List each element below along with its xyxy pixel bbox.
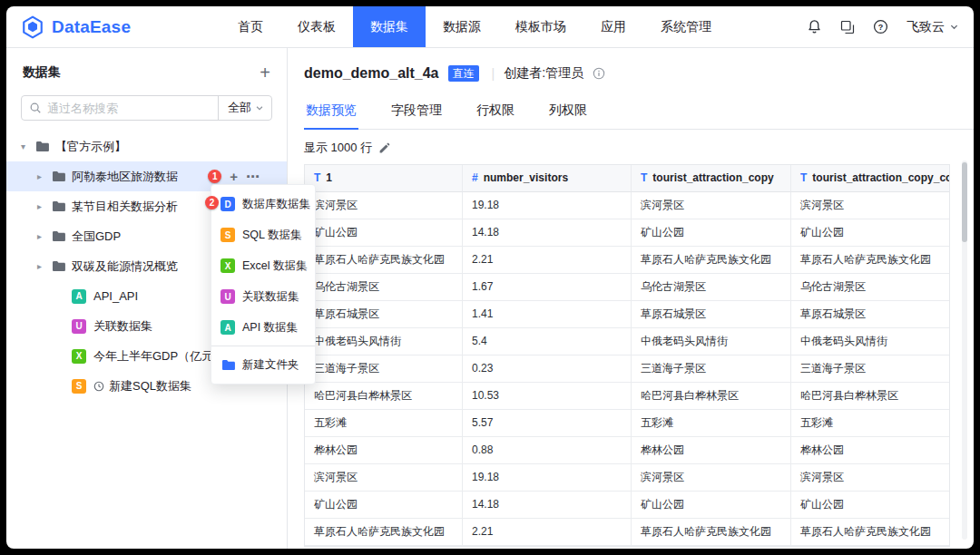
table-cell: 中俄老码头风情街 <box>305 328 463 355</box>
union-dataset-icon: U <box>72 319 86 334</box>
caret-right-icon[interactable]: ▸ <box>37 231 51 241</box>
body: 数据集 + 全部 ▾【官方示例】▸阿勒泰地区旅游数据1+⋯▸某节目相关数据分析▸… <box>6 48 974 549</box>
notification-bell-icon[interactable] <box>807 19 822 34</box>
menu-item-label: 关联数据集 <box>242 289 299 305</box>
tree-item-actions: 1+⋯ <box>208 170 260 183</box>
info-icon[interactable] <box>593 67 605 80</box>
table-row: 中俄老码头风情街5.4中俄老码头风情街中俄老码头风情街 <box>305 328 949 355</box>
dataset-title-row: demo_demo_alt_4a 直连 | 创建者:管理员 <box>304 61 974 86</box>
menu-divider <box>211 346 315 346</box>
column-type-icon: T <box>641 171 647 184</box>
sql-dataset-icon: S <box>220 228 235 242</box>
nav-item-home[interactable]: 首页 <box>220 6 280 47</box>
nav-item-template-market[interactable]: 模板市场 <box>498 6 583 47</box>
add-dataset-global-button[interactable]: + <box>260 63 270 82</box>
table-cell: 1.41 <box>463 301 632 328</box>
edit-icon[interactable] <box>378 142 390 154</box>
brand[interactable]: DataEase <box>21 15 181 39</box>
caret-right-icon[interactable]: ▸ <box>37 171 51 181</box>
user-name: 飞致云 <box>906 19 945 35</box>
table-cell: 0.88 <box>463 437 632 464</box>
search-filter-dropdown[interactable]: 全部 <box>218 96 271 120</box>
column-type-icon: # <box>472 171 478 184</box>
scrollbar-thumb[interactable] <box>962 162 967 242</box>
tab-field-manage[interactable]: 字段管理 <box>389 95 444 129</box>
tab-column-permission[interactable]: 列权限 <box>547 95 589 129</box>
menu-item-union[interactable]: U关联数据集 <box>211 281 315 312</box>
table-cell: 矿山公园 <box>632 492 791 519</box>
caret-right-icon[interactable]: ▸ <box>37 261 51 271</box>
table-cell: 中俄老码头风情街 <box>632 328 791 355</box>
table-scrollbar[interactable] <box>962 161 967 540</box>
table-cell: 草原石城景区 <box>632 301 791 328</box>
excel-dataset-icon: X <box>72 349 86 364</box>
table-cell: 矿山公园 <box>791 219 949 247</box>
tab-row-permission[interactable]: 行权限 <box>475 95 516 129</box>
table-cell: 草原石城景区 <box>791 301 949 328</box>
table-cell: 滨河景区 <box>305 192 463 219</box>
tree-item-official-examples[interactable]: ▾【官方示例】 <box>6 131 287 161</box>
table-cell: 草原石城景区 <box>305 301 463 328</box>
table-cell: 草原石人哈萨克民族文化园 <box>632 247 791 274</box>
add-dataset-button[interactable]: + <box>230 170 238 183</box>
menu-item-label: API 数据集 <box>242 320 298 336</box>
table-cell: 矿山公园 <box>791 492 949 519</box>
table-cell: 0.23 <box>463 355 632 383</box>
union-dataset-icon: U <box>220 289 235 304</box>
column-header: Ttourist_attraction_copy <box>632 165 791 192</box>
nav-item-system-management[interactable]: 系统管理 <box>643 6 729 47</box>
column-label: tourist_attraction_copy <box>652 171 773 184</box>
search-icon <box>29 102 42 118</box>
tree-item-label: 今年上半年GDP（亿元） <box>93 348 225 365</box>
table-row: 滨河景区19.18滨河景区滨河景区 <box>305 464 949 492</box>
menu-item-new-folder[interactable]: 新建文件夹 <box>211 349 315 380</box>
menu-item-api[interactable]: AAPI 数据集 <box>211 312 315 343</box>
table-cell: 14.18 <box>463 492 632 519</box>
folder-icon <box>52 260 65 272</box>
nav-item-dashboard[interactable]: 仪表板 <box>280 6 353 47</box>
menu-item-database[interactable]: D数据库数据集 <box>211 189 315 219</box>
menu-item-label: 新建文件夹 <box>242 357 299 373</box>
column-header: T1 <box>305 165 463 192</box>
caret-right-icon[interactable]: ▸ <box>37 201 51 211</box>
nav-item-datasource[interactable]: 数据源 <box>426 6 498 47</box>
more-button[interactable]: ⋯ <box>246 170 260 183</box>
nav-item-dataset[interactable]: 数据集 <box>353 6 426 47</box>
table-row: 桦林公园0.88桦林公园桦林公园 <box>305 437 949 464</box>
nav-item-application[interactable]: 应用 <box>583 6 643 47</box>
tree-item-label: API_API <box>93 289 138 303</box>
sql-dataset-icon: S <box>72 379 86 394</box>
search-input[interactable] <box>22 102 218 115</box>
table-row: 五彩滩5.57五彩滩五彩滩 <box>305 410 949 437</box>
search-box: 全部 <box>21 95 272 121</box>
table-cell: 19.18 <box>463 192 632 219</box>
table-cell: 草原石人哈萨克民族文化园 <box>305 247 463 274</box>
chevron-down-icon <box>949 22 959 32</box>
data-table: T1#number_visitorsTtourist_attraction_co… <box>304 164 950 547</box>
create-dataset-menu: 2 D数据库数据集SSQL 数据集XExcel 数据集U关联数据集AAPI 数据… <box>211 184 316 385</box>
table-cell: 1.67 <box>463 274 632 301</box>
folder-icon <box>52 170 65 182</box>
caret-down-icon[interactable]: ▾ <box>21 141 34 151</box>
dataset-title: demo_demo_alt_4a <box>304 65 439 82</box>
table-cell: 草原石人哈萨克民族文化园 <box>791 247 949 274</box>
table-cell: 滨河景区 <box>791 464 949 492</box>
user-menu[interactable]: 飞致云 <box>906 19 959 35</box>
menu-item-excel[interactable]: XExcel 数据集 <box>211 250 315 281</box>
table-row: 哈巴河县白桦林景区10.53哈巴河县白桦林景区哈巴河县白桦林景区 <box>305 383 949 410</box>
help-icon[interactable]: ? <box>873 19 888 34</box>
step-badge-1: 1 <box>208 170 221 183</box>
api-dataset-icon: A <box>220 320 235 335</box>
table-row: 矿山公园14.18矿山公园矿山公园 <box>305 219 949 247</box>
tab-data-preview[interactable]: 数据预览 <box>304 95 358 129</box>
table-cell: 哈巴河县白桦林景区 <box>305 383 463 410</box>
menu-item-sql[interactable]: SSQL 数据集 <box>211 219 315 250</box>
row-count-label: 显示 1000 行 <box>304 140 372 156</box>
column-label: tourist_attraction_copy_copy <box>812 171 949 184</box>
table-cell: 草原石人哈萨克民族文化园 <box>632 519 791 546</box>
table-cell: 5.4 <box>463 328 632 355</box>
copy-icon[interactable] <box>840 20 855 34</box>
nav-items: 首页仪表板数据集数据源模板市场应用系统管理 <box>220 6 729 47</box>
table-cell: 矿山公园 <box>305 219 463 247</box>
tree-item-label: 新建SQL数据集 <box>109 378 191 394</box>
